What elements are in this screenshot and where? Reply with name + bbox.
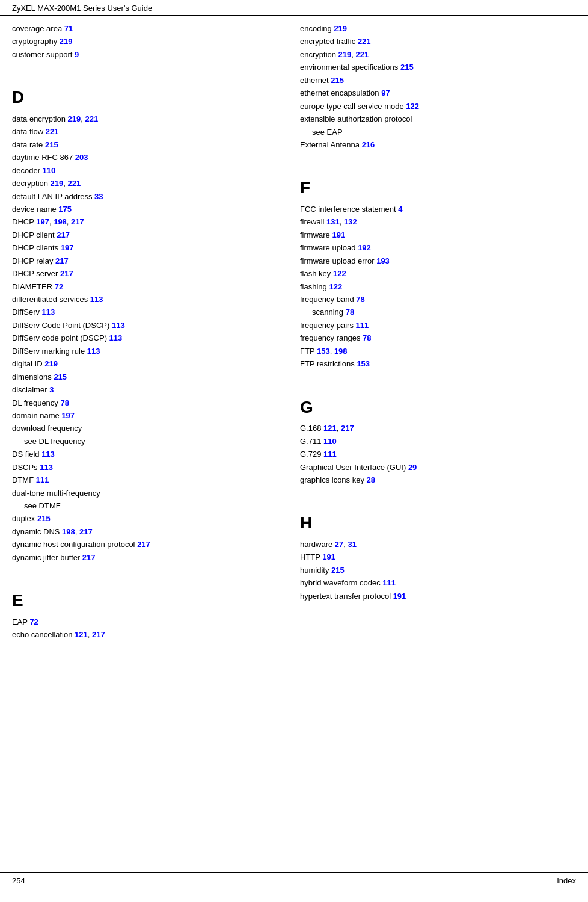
index-link[interactable]: 72 xyxy=(55,282,63,291)
index-link[interactable]: 221 xyxy=(68,179,81,188)
index-link[interactable]: 4 xyxy=(398,205,402,214)
index-link[interactable]: 110 xyxy=(43,166,56,175)
index-link[interactable]: 198 xyxy=(54,217,67,226)
index-link[interactable]: 219 xyxy=(51,179,64,188)
index-link[interactable]: 215 xyxy=(37,514,51,523)
list-item: decoder 110 xyxy=(12,164,282,177)
index-link[interactable]: 215 xyxy=(331,566,345,575)
index-link[interactable]: 219 xyxy=(338,50,352,59)
list-item: scanning 78 xyxy=(300,306,576,318)
index-link[interactable]: 216 xyxy=(362,140,375,149)
list-item: differentiated services 113 xyxy=(12,293,282,306)
page-header: ZyXEL MAX-200M1 Series User's Guide xyxy=(0,0,588,16)
index-link[interactable]: 78 xyxy=(346,307,354,317)
index-link[interactable]: 153 xyxy=(357,359,370,368)
index-link[interactable]: 219 xyxy=(60,37,73,46)
list-item: default LAN IP address 33 xyxy=(12,190,282,203)
index-link[interactable]: 197 xyxy=(61,243,74,252)
index-link[interactable]: 198 xyxy=(62,527,75,536)
index-link[interactable]: 197 xyxy=(61,411,75,420)
index-link[interactable]: 131 xyxy=(326,217,340,226)
list-item: environmental specifications 215 xyxy=(300,61,576,73)
index-link[interactable]: 121 xyxy=(323,424,337,433)
list-item: dynamic host configuration protocol 217 xyxy=(12,538,282,551)
index-link[interactable]: 28 xyxy=(367,475,375,484)
index-link[interactable]: 153 xyxy=(317,347,330,356)
index-link[interactable]: 215 xyxy=(45,140,58,149)
index-link[interactable]: 217 xyxy=(71,217,84,226)
index-link[interactable]: 113 xyxy=(87,347,100,356)
index-link[interactable]: 132 xyxy=(344,217,357,226)
list-item: G.711 110 xyxy=(300,435,576,448)
index-link[interactable]: 97 xyxy=(381,88,390,97)
index-link[interactable]: 122 xyxy=(406,102,419,111)
index-link[interactable]: 9 xyxy=(75,50,79,59)
list-item: decryption 219, 221 xyxy=(12,177,282,190)
list-item: firmware upload 192 xyxy=(300,241,576,254)
index-link[interactable]: 191 xyxy=(332,230,345,239)
list-item: firmware upload error 193 xyxy=(300,255,576,267)
index-link[interactable]: 111 xyxy=(356,321,369,330)
section-f-header: F xyxy=(300,178,576,198)
list-item: DiffServ marking rule 113 xyxy=(12,345,282,357)
index-link[interactable]: 113 xyxy=(40,463,53,472)
index-link[interactable]: 197 xyxy=(36,217,49,226)
left-column: coverage area 71cryptography 219customer… xyxy=(12,22,294,872)
index-link[interactable]: 78 xyxy=(60,398,69,407)
index-link[interactable]: 215 xyxy=(54,372,67,381)
index-link[interactable]: 78 xyxy=(363,333,371,342)
index-link[interactable]: 203 xyxy=(75,153,88,162)
index-link[interactable]: 110 xyxy=(323,437,337,446)
index-link[interactable]: 71 xyxy=(64,24,73,33)
index-link[interactable]: 33 xyxy=(94,192,103,201)
index-link[interactable]: 72 xyxy=(29,617,38,626)
index-link[interactable]: 217 xyxy=(92,630,105,639)
list-item: see EAP xyxy=(300,126,576,138)
index-link[interactable]: 111 xyxy=(36,475,49,484)
index-link[interactable]: 217 xyxy=(57,230,70,239)
index-link[interactable]: 191 xyxy=(322,552,335,561)
index-link[interactable]: 217 xyxy=(82,553,96,562)
index-link[interactable]: 221 xyxy=(356,50,369,59)
index-link[interactable]: 193 xyxy=(376,256,390,265)
index-link[interactable]: 113 xyxy=(42,307,55,317)
index-link[interactable]: 217 xyxy=(55,256,69,265)
index-link[interactable]: 31 xyxy=(348,540,357,549)
index-link[interactable]: 219 xyxy=(44,359,58,368)
index-link[interactable]: 29 xyxy=(408,463,417,472)
list-item: extensible authorization protocol xyxy=(300,113,576,125)
index-link[interactable]: 221 xyxy=(46,127,59,136)
list-item: see DL frequency xyxy=(12,435,282,448)
index-link[interactable]: 215 xyxy=(331,76,344,85)
index-link[interactable]: 111 xyxy=(323,449,337,459)
index-link[interactable]: 217 xyxy=(60,269,73,278)
index-link[interactable]: 217 xyxy=(137,540,150,549)
index-link[interactable]: 215 xyxy=(400,63,414,72)
index-link[interactable]: 219 xyxy=(334,24,347,33)
index-link[interactable]: 217 xyxy=(341,424,354,433)
index-link[interactable]: 221 xyxy=(85,114,98,123)
list-item: disclaimer 3 xyxy=(12,383,282,396)
list-item: firewall 131, 132 xyxy=(300,215,576,228)
index-link[interactable]: 113 xyxy=(109,333,123,342)
index-link[interactable]: 121 xyxy=(75,630,88,639)
index-link[interactable]: 219 xyxy=(68,114,81,123)
index-link[interactable]: 113 xyxy=(41,449,55,459)
index-link[interactable]: 217 xyxy=(79,527,93,536)
index-link[interactable]: 122 xyxy=(329,282,342,291)
index-link[interactable]: 198 xyxy=(334,347,348,356)
list-item: DTMF 111 xyxy=(12,474,282,486)
index-link[interactable]: 191 xyxy=(393,592,406,601)
index-link[interactable]: 113 xyxy=(112,321,125,330)
index-link[interactable]: 27 xyxy=(335,540,343,549)
index-link[interactable]: 113 xyxy=(90,295,103,304)
index-link[interactable]: 122 xyxy=(333,269,346,278)
index-link[interactable]: 221 xyxy=(358,37,371,46)
list-item: DSCPs 113 xyxy=(12,461,282,474)
list-item: ethernet 215 xyxy=(300,74,576,87)
index-link[interactable]: 192 xyxy=(358,243,371,252)
index-link[interactable]: 78 xyxy=(356,295,364,304)
index-link[interactable]: 3 xyxy=(49,385,54,394)
index-link[interactable]: 111 xyxy=(382,578,396,587)
index-link[interactable]: 175 xyxy=(58,205,72,214)
